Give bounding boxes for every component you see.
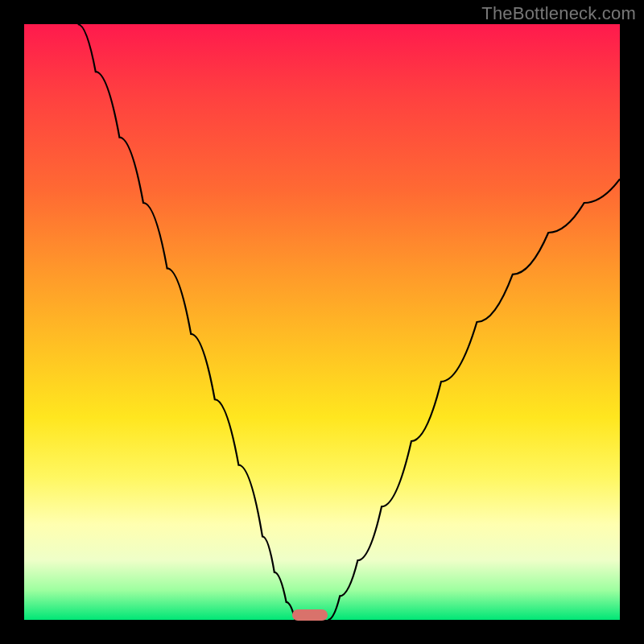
chart-frame: TheBottleneck.com: [0, 0, 644, 644]
curve-right-branch: [328, 179, 620, 620]
plot-area: [24, 24, 620, 620]
watermark-text: TheBottleneck.com: [481, 3, 636, 24]
curve-left-branch: [78, 24, 295, 620]
optimal-marker: [292, 609, 328, 621]
bottleneck-curve: [24, 24, 620, 620]
